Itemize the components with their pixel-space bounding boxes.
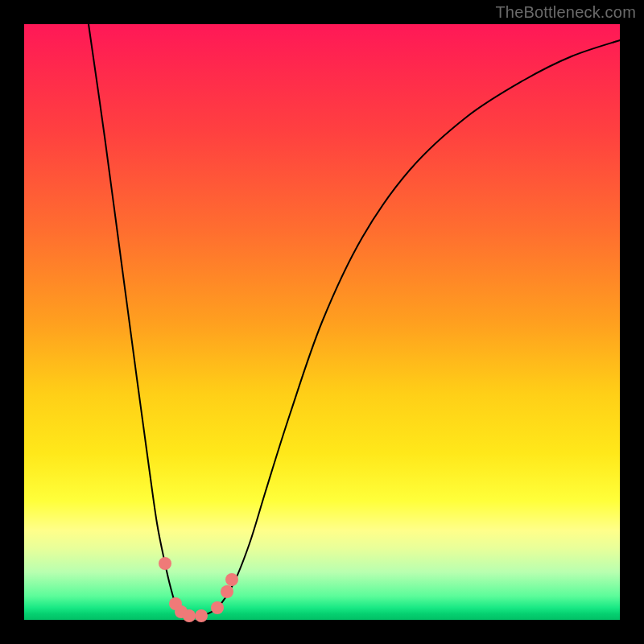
highlight-point [221, 585, 233, 598]
highlight-point [211, 601, 224, 614]
curve-layer [24, 24, 620, 620]
highlight-point [195, 609, 208, 622]
chart-canvas: TheBottleneck.com [0, 0, 644, 644]
highlight-point [183, 609, 196, 622]
highlight-point [159, 557, 171, 570]
highlight-point [225, 573, 238, 586]
bottleneck-curve [89, 24, 620, 617]
plot-area [24, 24, 620, 620]
watermark-text: TheBottleneck.com [495, 3, 636, 22]
